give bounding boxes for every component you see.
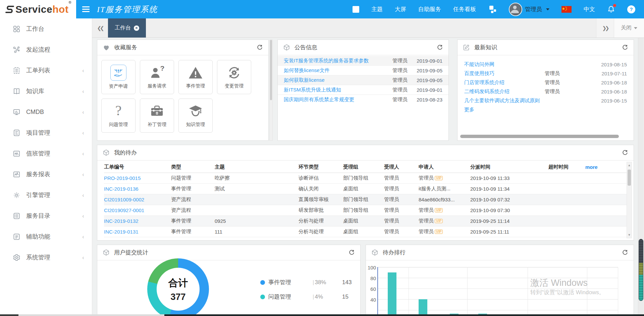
topbar-menu: 主题 大屏 自助服务 任务看板 管理员 中文 — [353, 3, 644, 16]
help-button[interactable]: ? — [627, 5, 635, 13]
todo-row[interactable]: CI20190927-0001 资产流程 研发部审批部门领导组 管理员 管理员V… — [104, 205, 627, 216]
sidebar-item-start-process[interactable]: 发起流程 — [0, 39, 92, 60]
service-card-service-request[interactable]: ? 服务请求 — [140, 60, 174, 94]
scroll-widget[interactable] — [639, 239, 643, 301]
graduate-icon — [188, 104, 203, 119]
todo-row[interactable]: INC-2019-0132 事件管理0925 分析与处理桌面组 管理员 管理员V… — [104, 216, 627, 227]
donut-total-value: 377 — [170, 292, 185, 302]
knowledge-hscrollbar[interactable] — [460, 135, 619, 138]
service-card-problem-mgmt[interactable]: ? 问题管理 — [101, 99, 136, 133]
sidebar-item-aux-functions[interactable]: 辅助功能 ‹ — [0, 226, 92, 247]
gridline — [467, 267, 468, 316]
sidebar-item-project-mgmt[interactable]: 项目管理 ‹ — [0, 122, 92, 143]
menu-theme[interactable]: 主题 — [371, 5, 383, 13]
tab-close-icon[interactable]: ✕ — [134, 25, 139, 31]
todo-row[interactable]: INC-2019-0131 事件管理111 分析与处理桌面组 管理员 管理员VI… — [104, 227, 627, 237]
announcements-panel: 公告信息 安装IT服务管理系统的服务器要求参数 管理员 2019-09-01 如… — [277, 40, 449, 141]
legend-item-incident: 事件管理 |38% 143 — [260, 278, 352, 286]
knowledge-link[interactable]: 门店管理系统介绍 — [464, 79, 545, 86]
refresh-button[interactable] — [257, 44, 263, 51]
knowledge-more-link[interactable]: 更多 — [458, 105, 634, 114]
scrollbar-thumb[interactable] — [628, 170, 631, 186]
tab-workbench[interactable]: 工作台 ✕ — [108, 18, 146, 38]
avatar[interactable] — [509, 3, 522, 16]
tabs-scroll-right-icon[interactable]: ❯❯ — [596, 18, 614, 38]
announcement-link[interactable]: 如何获取新license — [284, 77, 383, 83]
knowledge-row: 几个主要软件调试方法及调试原则 2019-06-15 — [458, 96, 634, 105]
user-menu[interactable]: 管理员 — [509, 3, 549, 16]
todo-row-partial[interactable]: INC-2019-0130 事件管理 分析与处理桌面组 管理员 管理员 2019… — [104, 237, 627, 238]
ticket-link[interactable]: CI20191009-0002 — [104, 197, 171, 202]
app-window: Servicehot® IT服务管理系统 主题 大屏 自助服务 任务看板 管理员 — [0, 0, 644, 316]
announcement-link[interactable]: 如何替换license文件 — [284, 67, 383, 74]
service-card-asset-request[interactable]: 资产申请 — [101, 60, 136, 94]
notification-badge — [613, 4, 616, 7]
menu-selfservice[interactable]: 自助服务 — [418, 5, 441, 13]
menu-bigscreen[interactable]: 大屏 — [395, 5, 406, 13]
announcement-link[interactable]: 新ITSM系统升级上线通知 — [284, 87, 383, 93]
sidebar-item-duty-mgmt[interactable]: 值班管理 ‹ — [0, 143, 92, 164]
gridline — [618, 267, 618, 316]
edit-icon — [463, 44, 470, 51]
ticket-link[interactable]: INC-2019-0136 — [104, 186, 171, 192]
announcement-row: 如何替换license文件 管理员 2019-09-05 — [278, 65, 448, 75]
refresh-icon — [622, 44, 628, 51]
apps-grid-icon[interactable] — [488, 5, 497, 14]
sidebar-item-engine-mgmt[interactable]: 引擎管理 ‹ — [0, 185, 92, 205]
refresh-button[interactable] — [622, 44, 628, 51]
ticket-list-icon — [13, 67, 20, 74]
sidebar-item-system-mgmt[interactable]: 系统管理 ‹ — [0, 247, 92, 268]
ticket-link[interactable]: INC-2019-0131 — [104, 229, 171, 235]
todo-row[interactable]: INC-2019-0136 事件管理测试 确认关闭桌面组 管理员 it服务人员测… — [104, 184, 627, 194]
person-question-icon: ? — [149, 65, 165, 80]
announcement-link[interactable]: 国庆期间所有系统禁止常规变更 — [284, 97, 383, 103]
todos-more-link[interactable]: more — [585, 164, 627, 170]
knowledge-link[interactable]: 几个主要软件调试方法及调试原则 — [464, 98, 545, 104]
announcement-link[interactable]: 安装IT服务管理系统的服务器要求参数 — [284, 58, 383, 64]
favorites-panel: 收藏服务 资产申请 ? 服务请求 事件管理 变更管理 — [97, 40, 269, 141]
fullscreen-icon[interactable] — [353, 6, 359, 13]
announcement-row: 如何获取新license 管理员 2019-09-05 — [278, 75, 448, 85]
todos-scrollbar[interactable]: ▲ ▼ — [627, 162, 632, 238]
knowledge-link[interactable]: 不能访问外网 — [464, 61, 545, 68]
todo-row[interactable]: PRO-2019-0015 问题管理吃萨擦 诊断评估部门领导组 管理员 管理员V… — [104, 173, 627, 184]
taskbar-sliver — [18, 314, 164, 316]
flow-nodes-icon — [13, 46, 20, 54]
todo-row[interactable]: CI20191009-0002 资产流程 直属领导审核部门领导组 管理员 84a… — [104, 194, 627, 205]
ticket-link[interactable]: PRO-2019-0015 — [104, 175, 171, 181]
ticket-link[interactable]: CI20190927-0001 — [104, 207, 171, 213]
scroll-down-icon[interactable]: ▼ — [627, 233, 632, 237]
knowledge-link[interactable]: 百度使用技巧 — [464, 70, 545, 77]
notifications-button[interactable] — [607, 5, 615, 14]
gridline — [377, 310, 618, 310]
scroll-up-icon[interactable]: ▲ — [627, 164, 632, 167]
favorites-scrollbar[interactable] — [269, 40, 273, 141]
book-icon — [13, 87, 20, 95]
refresh-button[interactable] — [437, 44, 443, 51]
sidebar-item-cmdb[interactable]: CMDB ‹ — [0, 102, 92, 122]
sidebar-item-knowledge-base[interactable]: 知识库 ‹ — [0, 81, 92, 102]
refresh-button[interactable] — [622, 149, 628, 156]
sidebar-item-ticket-list[interactable]: 工单列表 ‹ — [0, 60, 92, 81]
flag-china-icon[interactable] — [561, 6, 572, 13]
language-switch[interactable]: 中文 — [584, 5, 595, 13]
brand-logo[interactable]: Servicehot® — [0, 0, 76, 18]
catalog-list-icon — [13, 212, 20, 220]
knowledge-link[interactable]: 二维码发码系统介绍 — [464, 88, 545, 95]
service-card-knowledge-mgmt[interactable]: 知识管理 — [178, 99, 213, 133]
refresh-button[interactable] — [348, 249, 355, 256]
service-card-incident-mgmt[interactable]: 事件管理 — [178, 60, 213, 94]
tabs-scroll-left-icon[interactable]: ❮❮ — [92, 18, 108, 38]
service-card-patch-mgmt[interactable]: 补丁管理 — [140, 99, 174, 133]
ticket-link[interactable]: INC-2019-0132 — [104, 218, 171, 224]
menu-taskboard[interactable]: 任务看板 — [453, 5, 476, 13]
panel-title: 用户提交统计 — [114, 249, 148, 256]
monitor-bars-icon — [13, 108, 20, 116]
menu-toggle-icon[interactable] — [82, 6, 90, 12]
close-tabs-dropdown[interactable]: 关闭 — [614, 18, 644, 38]
sidebar-item-service-catalog[interactable]: 服务目录 ‹ — [0, 205, 92, 226]
user-stats-panel: 用户提交统计 合计 377 事件管理 |38% 143 问题管理 |4% 15 — [97, 245, 361, 316]
service-card-change-mgmt[interactable]: 变更管理 — [217, 60, 251, 94]
sidebar-item-service-report[interactable]: 服务报表 ‹ — [0, 164, 92, 185]
sidebar-item-workbench[interactable]: 工作台 — [0, 18, 92, 39]
